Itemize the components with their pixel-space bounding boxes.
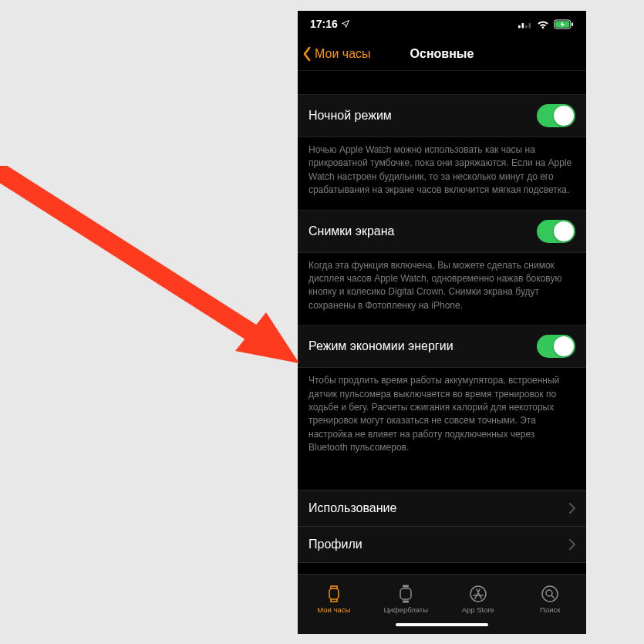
chevron-right-icon <box>569 503 575 514</box>
screenshots-desc: Когда эта функция включена, Вы можете сд… <box>298 253 586 325</box>
chevron-right-icon <box>569 539 575 550</box>
profiles-row[interactable]: Профили <box>298 526 586 563</box>
svg-line-14 <box>551 595 554 598</box>
svg-marker-16 <box>235 312 299 363</box>
tab-label: App Store <box>462 605 494 614</box>
power-save-desc: Чтобы продлить время работы аккумулятора… <box>298 368 586 467</box>
power-save-row: Режим экономии энергии <box>298 325 586 368</box>
navigation-bar: Мои часы Основные <box>298 37 586 71</box>
tab-label: Мои часы <box>317 605 350 614</box>
svg-rect-10 <box>403 600 409 602</box>
watch-icon <box>327 585 341 603</box>
watch-face-icon <box>399 585 413 603</box>
svg-rect-0 <box>518 25 521 29</box>
search-icon <box>541 585 559 603</box>
screenshots-switch[interactable] <box>537 220 575 243</box>
night-mode-row: Ночной режим <box>298 94 586 137</box>
tab-bar: Мои часы Циферблаты App Store Поиск <box>298 574 586 620</box>
back-button[interactable]: Мои часы <box>302 46 371 62</box>
app-store-icon <box>469 585 487 603</box>
tab-label: Поиск <box>540 605 560 614</box>
svg-point-11 <box>470 586 486 602</box>
tab-my-watch[interactable]: Мои часы <box>298 585 370 614</box>
battery-icon <box>554 19 574 29</box>
status-bar: 17:16 <box>298 11 586 37</box>
svg-point-12 <box>542 586 558 602</box>
chevron-left-icon <box>302 46 312 62</box>
screenshots-row: Снимки экрана <box>298 210 586 253</box>
svg-rect-1 <box>522 23 524 28</box>
svg-rect-8 <box>400 588 411 599</box>
power-save-label: Режим экономии энергии <box>309 339 453 353</box>
svg-rect-6 <box>572 22 573 26</box>
wifi-icon <box>537 19 549 29</box>
svg-rect-2 <box>525 25 528 29</box>
tab-faces[interactable]: Циферблаты <box>370 585 443 614</box>
location-icon <box>341 19 350 29</box>
svg-line-15 <box>0 170 262 339</box>
profiles-label: Профили <box>309 538 362 551</box>
night-mode-switch[interactable] <box>537 104 575 127</box>
tab-label: Циферблаты <box>383 605 428 614</box>
tab-search[interactable]: Поиск <box>514 585 587 614</box>
night-mode-desc: Ночью Apple Watch можно использовать как… <box>298 137 586 210</box>
home-indicator[interactable] <box>298 620 586 634</box>
tab-app-store[interactable]: App Store <box>442 585 514 614</box>
svg-rect-9 <box>403 585 409 587</box>
status-time: 17:16 <box>310 18 338 30</box>
usage-row[interactable]: Использование <box>298 490 586 526</box>
usage-label: Использование <box>309 501 396 515</box>
back-label: Мои часы <box>315 47 371 61</box>
night-mode-label: Ночной режим <box>309 109 392 123</box>
signal-icon <box>518 19 532 29</box>
screenshots-label: Снимки экрана <box>309 224 394 238</box>
svg-rect-7 <box>329 588 339 599</box>
svg-rect-3 <box>529 23 531 28</box>
power-save-switch[interactable] <box>537 335 575 358</box>
annotation-arrow <box>0 166 309 382</box>
phone-screen: 17:16 Мои часы Основные Ночной режим Ноч… <box>298 11 586 634</box>
settings-content[interactable]: Ночной режим Ночью Apple Watch можно исп… <box>298 71 586 574</box>
